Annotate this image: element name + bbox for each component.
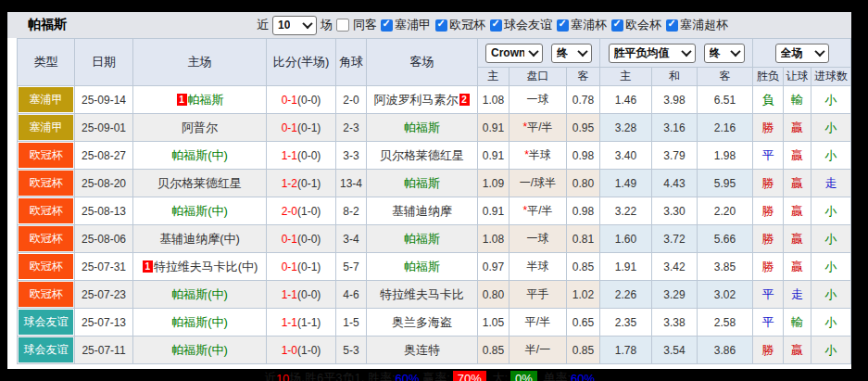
result-handicap: 贏 (784, 114, 811, 142)
home-team[interactable]: 贝尔格莱德红星 (133, 170, 267, 197)
league-badge: 欧冠杯 (18, 281, 75, 309)
result-goals: 走 (811, 170, 851, 197)
league-filter-checkbox[interactable] (666, 19, 678, 32)
euro-draw-odds: 3.29 (652, 281, 698, 309)
league-filter-checkbox[interactable] (611, 19, 623, 32)
team-name[interactable]: 贝尔格莱德红星 (380, 148, 464, 162)
col-away: 客场 (367, 39, 478, 86)
euro-home-odds: 1.91 (600, 253, 652, 281)
topbar-controls: 近 10 场 同客 塞浦甲欧冠杯球会友谊塞浦杯欧会杯塞浦超杯 (257, 16, 736, 35)
euro-away-odds: 3.85 (698, 253, 753, 281)
handicap: 一球 (509, 225, 567, 253)
changed-odds-star: * (522, 204, 527, 217)
team-name[interactable]: 帕福斯 (404, 232, 440, 246)
europe-final-select[interactable]: 终 (704, 44, 745, 63)
team-name[interactable]: 帕福斯 (404, 121, 440, 134)
team-name[interactable]: 帕福斯 (404, 260, 440, 273)
recent-count-select[interactable]: 10 (272, 16, 317, 35)
summary-segment: 0% (510, 371, 537, 381)
fulltime-score: 0-1 (282, 94, 297, 107)
result-wdl: 負 (753, 86, 784, 114)
result-handicap: 贏 (784, 337, 811, 364)
corner-score: 5-3 (336, 337, 367, 364)
result-handicap: 贏 (784, 253, 811, 281)
team-name[interactable]: 特拉维夫马卡比(中) (154, 260, 258, 273)
halftime-score: (1-0) (297, 344, 321, 357)
euro-draw-odds: 3.38 (652, 309, 698, 337)
league-filter: 球会友谊 (490, 17, 552, 33)
away-team[interactable]: 奥兰多海盗 (367, 309, 478, 337)
team-name[interactable]: 特拉维夫马卡比 (380, 287, 464, 301)
league-filter-label: 欧冠杯 (449, 17, 485, 33)
league-filter-checkbox[interactable] (435, 19, 447, 32)
away-team[interactable]: 帕福斯 (367, 253, 478, 281)
away-team[interactable]: 贝尔格莱德红星 (367, 142, 478, 170)
result-wdl: 勝 (753, 114, 784, 142)
league-filters: 塞浦甲欧冠杯球会友谊塞浦杯欧会杯塞浦超杯 (381, 17, 733, 33)
corner-score: 1-5 (336, 309, 367, 337)
away-team[interactable]: 帕福斯 (367, 225, 478, 253)
recent-label: 近 (257, 17, 269, 33)
home-team[interactable]: 帕福斯(中) (133, 197, 267, 225)
away-team[interactable]: 阿波罗利马素尔2 (367, 86, 478, 114)
away-team[interactable]: 帕福斯 (367, 170, 478, 197)
col-handicap: 盘口 (509, 68, 567, 86)
result-wdl: 平 (753, 309, 784, 337)
home-team[interactable]: 帕福斯(中) (133, 281, 267, 309)
team-name[interactable]: 阿波罗利马素尔 (374, 93, 459, 107)
crown-home-odds: 0.80 (478, 281, 509, 309)
league-filter-checkbox[interactable] (557, 19, 569, 32)
scope-select[interactable]: 全场 (775, 44, 829, 63)
handicap: 一球 (509, 86, 567, 114)
match-date: 25-07-13 (75, 309, 133, 337)
handicap: 一/球半 (509, 170, 567, 197)
team-name[interactable]: 贝尔格莱德红星 (157, 176, 242, 190)
team-name[interactable]: 帕福斯(中) (171, 315, 228, 329)
fulltime-score: 1-2 (282, 177, 297, 190)
team-name[interactable]: 帕福斯 (188, 93, 224, 107)
home-team[interactable]: 1帕福斯 (133, 86, 267, 114)
team-name[interactable]: 奥兰多海盗 (392, 315, 452, 329)
league-badge: 球会友谊 (18, 309, 75, 337)
match-date: 25-08-06 (75, 225, 133, 253)
home-team[interactable]: 帕福斯(中) (133, 309, 267, 337)
team-name[interactable]: 阿普尔 (182, 121, 218, 134)
home-team[interactable]: 帕福斯(中) (133, 142, 267, 170)
result-goals: 小 (811, 86, 851, 114)
same-away-checkbox[interactable] (336, 19, 349, 32)
team-name[interactable]: 帕福斯(中) (171, 287, 228, 301)
europe-odds-select[interactable]: 胜平负均值 (609, 44, 696, 63)
score: 1-2(0-1) (267, 170, 336, 197)
euro-draw-odds: 3.79 (652, 142, 698, 170)
changed-odds-star: * (524, 148, 529, 161)
league-filter-label: 塞浦杯 (571, 17, 607, 33)
crown-away-odds: 0.85 (567, 253, 600, 281)
result-handicap: 贏 (784, 142, 811, 170)
team-name[interactable]: 基辅迪纳摩(中) (159, 232, 240, 246)
team-name[interactable]: 基辅迪纳摩 (392, 204, 452, 218)
home-team[interactable]: 帕福斯(中) (133, 337, 267, 364)
team-name[interactable]: 帕福斯(中) (171, 204, 228, 218)
league-filter-checkbox[interactable] (490, 19, 502, 32)
away-team[interactable]: 奥连特 (367, 337, 478, 364)
home-team[interactable]: 1特拉维夫马卡比(中) (133, 253, 267, 281)
away-team[interactable]: 基辅迪纳摩 (367, 197, 478, 225)
team-name[interactable]: 帕福斯(中) (171, 343, 228, 357)
euro-home-odds: 3.22 (600, 197, 652, 225)
match-date: 25-09-14 (75, 86, 133, 114)
crown-final-select[interactable]: 终 (551, 44, 592, 63)
home-team[interactable]: 阿普尔 (133, 114, 267, 142)
matches-table: 类型 日期 主场 比分(半场) 角球 客场 Crown 终 (17, 38, 851, 364)
league-badge: 欧冠杯 (18, 225, 75, 253)
euro-home-odds: 1.49 (600, 170, 652, 197)
away-team[interactable]: 帕福斯 (367, 114, 478, 142)
away-team[interactable]: 特拉维夫马卡比 (367, 281, 478, 309)
league-filter: 欧会杯 (611, 17, 661, 33)
league-filter-checkbox[interactable] (381, 19, 393, 32)
team-name[interactable]: 帕福斯(中) (171, 148, 228, 162)
bookmaker-select[interactable]: Crown (485, 44, 543, 63)
team-name[interactable]: 奥连特 (404, 343, 440, 357)
match-row: 欧冠杯25-07-23帕福斯(中)1-1(0-0)4-6特拉维夫马卡比0.80平… (18, 281, 851, 309)
team-name[interactable]: 帕福斯 (404, 176, 440, 190)
home-team[interactable]: 基辅迪纳摩(中) (133, 225, 267, 253)
